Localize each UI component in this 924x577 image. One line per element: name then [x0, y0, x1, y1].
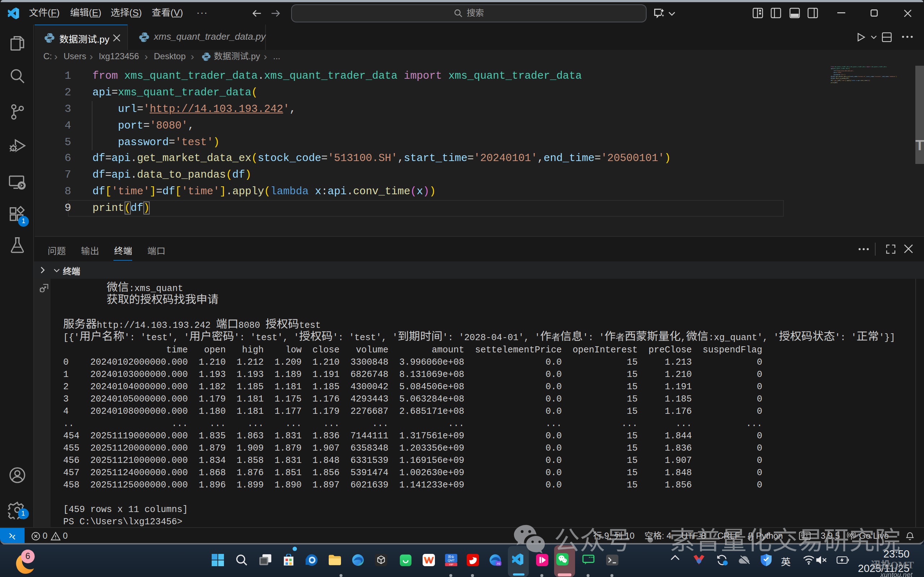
svg-text:AI: AI [497, 561, 500, 566]
svg-text:VIP: VIP [449, 563, 453, 566]
svg-text:QMT: QMT [448, 559, 455, 562]
